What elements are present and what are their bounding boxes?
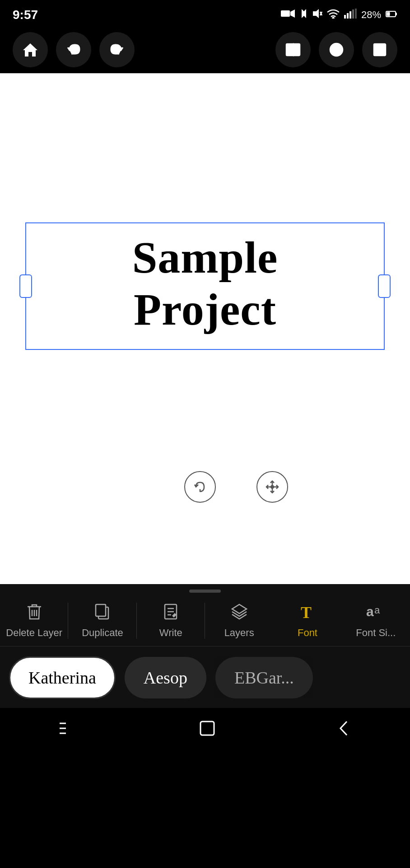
tool-font[interactable]: T Font — [273, 598, 341, 643]
canvas-controls — [184, 471, 288, 503]
export-button[interactable] — [362, 32, 397, 67]
svg-point-5 — [332, 18, 334, 19]
signal-icon — [344, 9, 357, 21]
status-icons: 28% — [281, 7, 397, 23]
bottom-panel: Delete Layer Duplicate — [0, 584, 410, 708]
svg-rect-12 — [396, 13, 397, 15]
svg-point-19 — [334, 47, 339, 52]
tool-delete-layer[interactable]: Delete Layer — [0, 598, 68, 643]
tool-layers[interactable]: Layers — [205, 598, 273, 643]
font-chip-katherina[interactable]: Katherina — [9, 656, 116, 699]
toolbar-right — [275, 32, 397, 67]
battery-icon — [386, 9, 397, 21]
svg-text:T: T — [301, 604, 312, 621]
bluetooth-icon — [300, 7, 308, 23]
canvas-area: Sample Project — [0, 73, 410, 584]
trash-icon — [26, 603, 43, 624]
mute-icon — [312, 8, 322, 22]
preview-button[interactable] — [319, 32, 354, 67]
svg-text:a: a — [374, 604, 380, 616]
rotate-control[interactable] — [184, 471, 216, 503]
canvas-text: Sample Project — [132, 231, 278, 335]
font-chip-ebgaramond[interactable]: EBGar... — [215, 657, 313, 698]
toolbar-left — [13, 32, 135, 67]
duplicate-icon — [94, 603, 111, 624]
tool-bar: Delete Layer Duplicate — [0, 594, 410, 646]
svg-text:a: a — [366, 604, 374, 619]
camera-video-icon — [281, 9, 295, 21]
svg-marker-35 — [232, 604, 247, 613]
status-time: 9:57 — [13, 8, 38, 22]
duplicate-label: Duplicate — [82, 627, 123, 639]
write-label: Write — [159, 627, 182, 639]
nav-menu-button[interactable] — [58, 721, 80, 736]
font-selector-row: Katherina Aesop EBGar... — [0, 646, 410, 708]
layers-icon — [230, 603, 248, 624]
drag-indicator — [0, 584, 410, 594]
bottom-nav — [0, 708, 410, 749]
wifi-icon — [327, 9, 340, 21]
compare-button[interactable] — [275, 32, 311, 67]
tool-font-size[interactable]: a a Font Si... — [342, 598, 410, 643]
font-size-icon: a a — [366, 603, 385, 624]
svg-rect-13 — [387, 12, 390, 16]
font-chip-aesop[interactable]: Aesop — [125, 657, 206, 698]
handle-right[interactable] — [378, 274, 391, 298]
write-icon — [162, 603, 179, 624]
svg-rect-7 — [347, 13, 349, 19]
svg-rect-10 — [355, 9, 357, 19]
home-button[interactable] — [13, 32, 48, 67]
handle-left[interactable] — [19, 274, 32, 298]
svg-marker-2 — [313, 9, 319, 18]
svg-marker-1 — [290, 9, 295, 18]
redo-button[interactable] — [99, 32, 135, 67]
font-label: Font — [298, 627, 317, 639]
svg-marker-17 — [291, 44, 293, 56]
svg-marker-14 — [23, 43, 37, 57]
svg-rect-0 — [281, 10, 290, 17]
battery-percent: 28% — [361, 9, 381, 21]
svg-rect-30 — [96, 604, 106, 616]
text-element[interactable]: Sample Project — [25, 222, 385, 350]
layers-label: Layers — [224, 627, 254, 639]
svg-rect-6 — [344, 15, 346, 19]
top-toolbar — [0, 28, 410, 73]
font-size-label: Font Si... — [356, 627, 396, 639]
drag-bar — [189, 590, 221, 593]
tool-write[interactable]: Write — [137, 598, 205, 643]
move-control[interactable] — [256, 471, 288, 503]
svg-rect-42 — [200, 722, 214, 735]
svg-rect-9 — [352, 9, 354, 19]
undo-button[interactable] — [56, 32, 91, 67]
font-icon: T — [299, 603, 316, 624]
svg-rect-8 — [349, 11, 351, 19]
delete-layer-label: Delete Layer — [6, 627, 62, 639]
nav-back-button[interactable] — [334, 717, 352, 740]
status-bar: 9:57 28% — [0, 0, 410, 28]
nav-home-button[interactable] — [196, 717, 219, 740]
tool-duplicate[interactable]: Duplicate — [68, 598, 136, 643]
